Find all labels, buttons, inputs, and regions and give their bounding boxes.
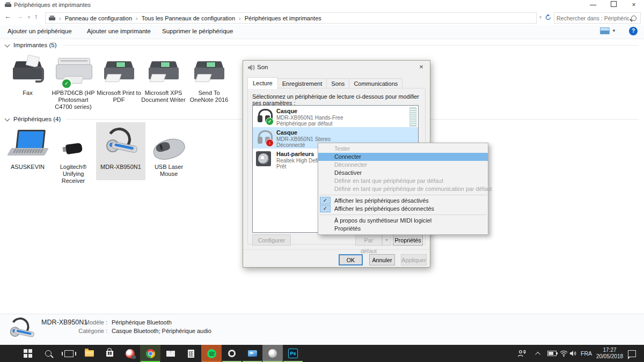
help-button[interactable]: ? bbox=[629, 27, 638, 35]
breadcrumb-separator: › bbox=[136, 15, 138, 21]
printer-tile-print-to-pdf[interactable]: Microsoft Print to PDF bbox=[96, 50, 142, 104]
breadcrumb-devices-printers[interactable]: Périphériques et imprimantes bbox=[245, 15, 321, 21]
history-chevron-icon[interactable]: ▼ bbox=[27, 15, 31, 20]
spotify-button[interactable] bbox=[201, 345, 222, 362]
device-tile-headset[interactable]: MDR-XB950N1 bbox=[96, 122, 145, 180]
photoshop-icon: Ps bbox=[288, 349, 298, 358]
breadcrumb-all-panels[interactable]: Tous les Panneaux de configuration bbox=[142, 15, 235, 21]
dialog-close-button[interactable]: × bbox=[413, 61, 430, 73]
menu-item-a-propos-midi[interactable]: À propos du synthétiseur MIDI logiciel bbox=[318, 217, 488, 225]
configure-button[interactable]: Configurer bbox=[252, 234, 291, 246]
sound-control-icon bbox=[268, 349, 277, 358]
task-view-button[interactable] bbox=[58, 345, 79, 362]
menu-item-definir-defaut[interactable]: Définir en tant que périphérique par déf… bbox=[318, 177, 488, 185]
display-app-button[interactable] bbox=[242, 345, 262, 362]
volume-icon bbox=[569, 350, 577, 357]
laptop-icon bbox=[5, 124, 50, 161]
breadcrumb[interactable]: › Panneau de configuration › Tous les Pa… bbox=[45, 12, 537, 24]
language-indicator[interactable]: FRA bbox=[581, 345, 592, 362]
bluetooth-headset-icon bbox=[8, 317, 35, 343]
address-dropdown-icon[interactable]: ▼ bbox=[538, 15, 543, 20]
people-button[interactable] bbox=[518, 345, 526, 362]
printers-section-header[interactable]: Imprimantes (5) bbox=[0, 42, 639, 48]
chevron-up-icon bbox=[535, 351, 540, 357]
default-dropdown-button[interactable]: ▼ bbox=[382, 234, 391, 246]
mouse-icon bbox=[146, 124, 192, 161]
refresh-icon[interactable] bbox=[545, 14, 552, 21]
menu-item-deconnecter[interactable]: Déconnecter bbox=[318, 161, 488, 169]
printer-tile-xps[interactable]: Microsoft XPS Document Writer bbox=[141, 50, 186, 104]
hidden-icons-button[interactable] bbox=[537, 345, 540, 362]
remove-device-button[interactable]: Supprimer le périphérique bbox=[162, 28, 233, 34]
minimize-button[interactable]: — bbox=[583, 0, 603, 11]
view-thumbnail-icon bbox=[600, 27, 610, 34]
file-explorer-button[interactable] bbox=[79, 345, 99, 362]
start-button[interactable] bbox=[18, 345, 38, 362]
printer-tile-fax[interactable]: Fax bbox=[5, 50, 50, 97]
search-box[interactable] bbox=[554, 12, 641, 24]
cancel-button[interactable]: Annuler bbox=[369, 254, 395, 265]
battery-indicator[interactable] bbox=[547, 345, 557, 362]
clock[interactable]: 17:2720/05/2018 bbox=[594, 345, 625, 362]
wifi-indicator[interactable] bbox=[560, 345, 568, 362]
menu-item-proprietes[interactable]: Propriétés bbox=[318, 225, 488, 233]
tab-sons[interactable]: Sons bbox=[326, 78, 349, 89]
collapse-chevron-icon[interactable] bbox=[5, 42, 10, 47]
maximize-button[interactable] bbox=[603, 0, 624, 11]
mail-button[interactable] bbox=[160, 345, 181, 362]
up-button[interactable]: ↑ bbox=[34, 12, 38, 20]
ok-button[interactable]: OK bbox=[339, 254, 363, 265]
inkjet-printer-icon: ✓ bbox=[50, 50, 96, 87]
sound-control-button[interactable] bbox=[262, 345, 283, 362]
tab-lecture[interactable]: Lecture bbox=[247, 77, 278, 89]
media-app-button[interactable] bbox=[120, 345, 140, 362]
device-tile-laptop[interactable]: ASUSKEVIN bbox=[5, 124, 50, 171]
volume-indicator[interactable] bbox=[569, 345, 577, 362]
add-printer-button[interactable]: Ajouter une imprimante bbox=[87, 28, 151, 34]
chrome-button[interactable] bbox=[140, 345, 160, 362]
settings-button[interactable] bbox=[222, 345, 242, 362]
breadcrumb-separator: › bbox=[59, 15, 61, 21]
screen: Périphériques et imprimantes — × ← → ▼ ↑… bbox=[0, 0, 644, 362]
forward-button[interactable]: → bbox=[16, 12, 23, 20]
action-center-icon bbox=[628, 350, 636, 357]
collapse-chevron-icon[interactable] bbox=[5, 116, 10, 121]
properties-button[interactable]: Propriétés bbox=[393, 234, 423, 246]
task-view-icon bbox=[64, 350, 74, 357]
photoshop-button[interactable]: Ps bbox=[283, 345, 303, 362]
menu-item-tester[interactable]: Tester bbox=[318, 145, 488, 153]
search-icon[interactable] bbox=[631, 16, 636, 21]
menu-item-definir-communication[interactable]: Définir en tant que périphérique de comm… bbox=[318, 185, 488, 193]
search-input[interactable] bbox=[554, 15, 631, 21]
list-item-handsfree[interactable]: ✓ Casque MDR-XB950N1 Hands-Free Périphér… bbox=[253, 106, 418, 127]
device-tile-mouse[interactable]: USB Laser Mouse bbox=[146, 124, 192, 178]
menu-item-afficher-desactives[interactable]: ✓Afficher les périphériques désactivés bbox=[318, 197, 488, 205]
printer-tile-onenote[interactable]: Send To OneNote 2016 bbox=[186, 50, 232, 104]
store-button[interactable] bbox=[99, 345, 120, 362]
apply-button[interactable]: Appliquer bbox=[401, 254, 427, 265]
menu-item-afficher-deconnectes[interactable]: ✓Afficher les périphériques déconnectés bbox=[318, 205, 488, 213]
back-button[interactable]: ← bbox=[4, 12, 11, 20]
clock-date: 20/05/2018 bbox=[596, 353, 623, 360]
add-device-button[interactable]: Ajouter un périphérique bbox=[8, 28, 72, 34]
printer-tile-hp[interactable]: ✓ HPB7D6CB (HP Photosmart C4700 series) bbox=[50, 50, 96, 110]
printers-section-title: Imprimantes (5) bbox=[13, 42, 57, 48]
default-button[interactable]: Par défaut bbox=[355, 234, 382, 246]
fax-icon bbox=[5, 50, 50, 87]
dialog-titlebar: Son × bbox=[243, 61, 430, 75]
device-tile-receiver[interactable]: Logitech® Unifying Receiver bbox=[50, 124, 96, 184]
close-button[interactable]: × bbox=[624, 0, 644, 11]
gear-icon bbox=[228, 350, 236, 357]
details-category-label: Catégorie : bbox=[56, 328, 107, 334]
tab-communications[interactable]: Communications bbox=[349, 78, 402, 89]
printer-icon bbox=[186, 50, 232, 87]
chevron-down-icon: ▼ bbox=[612, 28, 616, 33]
calculator-button[interactable] bbox=[181, 345, 201, 362]
tab-enregistrement[interactable]: Enregistrement bbox=[277, 78, 327, 89]
view-options-button[interactable]: ▼ bbox=[600, 27, 616, 34]
menu-item-connecter[interactable]: Connecter bbox=[318, 153, 488, 161]
menu-item-desactiver[interactable]: Désactiver bbox=[318, 169, 488, 177]
action-center-button[interactable] bbox=[628, 345, 636, 362]
breadcrumb-control-panel[interactable]: Panneau de configuration bbox=[65, 15, 132, 21]
taskbar-search-button[interactable] bbox=[38, 345, 58, 362]
